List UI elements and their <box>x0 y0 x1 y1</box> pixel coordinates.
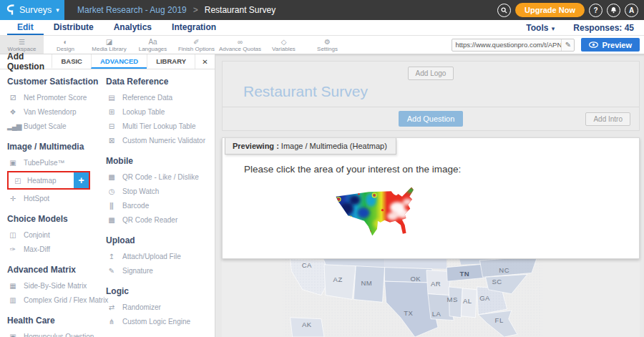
question-type-randomizer[interactable]: ⇄Randomizer <box>106 300 215 314</box>
survey-title[interactable]: Restaurant Survey <box>223 80 639 107</box>
section-upload: Upload↥Attach/Upload File✎Signature <box>106 234 215 278</box>
toolbar-tab-label: Finish Options <box>178 46 215 52</box>
question-type-heatmap[interactable]: ◰Heatmap+ <box>7 171 90 190</box>
add-logo-button[interactable]: Add Logo <box>408 67 454 80</box>
previewing-label: Previewing : <box>233 142 279 150</box>
question-type-custom-logic-engine[interactable]: ⋔Custom Logic Engine <box>106 314 215 328</box>
side-by-side-matrix-icon: ▦ <box>7 282 18 290</box>
toolbar-tab-variables[interactable]: ◇Variables <box>262 36 306 54</box>
add-question-button[interactable]: Add Question <box>399 111 464 127</box>
question-type-label: Conjoint <box>24 231 50 239</box>
responses-count[interactable]: Responses: 45 <box>573 23 634 33</box>
question-type-custom-numeric-validator[interactable]: ⊠Custom Numeric Validator <box>106 133 215 147</box>
tools-menu[interactable]: Tools ▾ <box>526 23 555 33</box>
barcode-icon: ||| <box>106 202 117 210</box>
section-data-reference: Data Reference▤Reference Data⊞Lookup Tab… <box>106 75 215 147</box>
design-icon: ◐ <box>63 38 67 46</box>
survey-url[interactable]: https://www.questionpro.com/t/APNrFZ <box>452 41 561 49</box>
survey-header-card: Add Logo Restaurant Survey Add Question … <box>222 61 640 131</box>
toolbar-tab-advance-quotas[interactable]: ∞Advance Quotas <box>218 36 262 54</box>
question-type-signature[interactable]: ✎Signature <box>106 263 215 278</box>
question-type-net-promoter-score[interactable]: ⚂Net Promoter Score <box>7 90 106 104</box>
question-type-label: Budget Scale <box>24 122 67 130</box>
us-map-image <box>222 259 640 337</box>
nav-tab-distribute[interactable]: Distribute <box>44 20 104 35</box>
toolbar-tab-label: Advance Quotas <box>219 46 261 52</box>
toolbar-tab-media-library[interactable]: ◪Media Library <box>87 36 131 54</box>
heatmap-image-wrap[interactable] <box>330 182 435 243</box>
question-type-lookup-table[interactable]: ⊞Lookup Table <box>106 104 215 119</box>
add-heatmap-plus-button[interactable]: + <box>74 172 89 188</box>
question-type-label: Custom Numeric Validator <box>122 137 205 145</box>
question-type-tubepulse[interactable]: ▣TubePulse™ <box>7 155 106 170</box>
question-type-budget-scale[interactable]: ▂▄▆Budget Scale <box>7 119 106 133</box>
complex-grid-icon: ▥ <box>7 296 18 304</box>
breadcrumb-folder[interactable]: Market Research - Aug 2019 <box>77 5 187 15</box>
question-type-reference-data[interactable]: ▤Reference Data <box>106 90 215 104</box>
section-logic: Logic⇄Randomizer⋔Custom Logic Engine <box>106 285 215 328</box>
bell-icon <box>610 6 617 14</box>
question-type-side-by-side-matrix[interactable]: ▦Side-By-Side Matrix <box>7 278 106 293</box>
upgrade-now-button[interactable]: Upgrade Now <box>515 3 585 17</box>
question-type-van-westendorp[interactable]: ❖Van Westendorp <box>7 104 106 119</box>
nav-tab-integration[interactable]: Integration <box>162 20 226 35</box>
toolbar-tab-settings[interactable]: ⚙Settings <box>306 36 349 54</box>
top-navbar: Surveys ▾ Market Research - Aug 2019 > R… <box>0 0 644 20</box>
survey-nav-right: Tools ▾ Responses: 45 <box>526 20 644 35</box>
section-customer-satisfaction: Customer Satisfaction⚂Net Promoter Score… <box>7 75 106 133</box>
question-type-max-diff[interactable]: ✑Max-Diff <box>7 242 106 256</box>
question-type-label: Lookup Table <box>122 108 165 116</box>
question-type-label: HotSpot <box>24 195 49 202</box>
signature-icon: ✎ <box>106 267 117 275</box>
question-type-homunculus-question[interactable]: ▣Homunculus Question <box>7 329 106 337</box>
add-question-header: Add Question BASICADVANCEDLIBRARY ✕ <box>0 54 215 69</box>
preview-button[interactable]: Preview <box>581 38 640 52</box>
product-label: Surveys <box>19 5 52 15</box>
toolbar-tab-languages[interactable]: AaLanguages <box>131 36 175 54</box>
reference-data-icon: ▤ <box>106 94 117 102</box>
question-type-barcode[interactable]: |||Barcode <box>106 198 215 213</box>
breadcrumb-survey-name: Restaurant Survey <box>205 5 275 15</box>
toolbar-right: https://www.questionpro.com/t/APNrFZ ✎ P… <box>452 36 644 54</box>
question-type-conjoint[interactable]: ◫Conjoint <box>7 228 106 242</box>
heatmap-icon: ◰ <box>12 177 23 185</box>
edit-url-icon[interactable]: ✎ <box>561 39 574 51</box>
question-type-qr-code-reader[interactable]: ▩QR Code Reader <box>106 213 215 227</box>
add-intro-button[interactable]: Add Intro <box>585 112 630 126</box>
question-type-stop-watch[interactable]: ◷Stop Watch <box>106 184 215 198</box>
preview-label: Preview <box>602 41 632 49</box>
panel-tab-basic[interactable]: BASIC <box>52 54 91 69</box>
close-icon[interactable]: ✕ <box>195 54 215 69</box>
caret-down-icon: ▾ <box>552 25 555 32</box>
question-type-qr-code-like-dislike[interactable]: ▩QR Code - Like / Dislike <box>106 170 215 184</box>
section-title: Mobile <box>106 155 215 167</box>
panel-tab-advanced[interactable]: ADVANCED <box>91 54 147 69</box>
notifications-button[interactable] <box>607 4 620 17</box>
tools-label: Tools <box>526 23 548 33</box>
randomizer-icon: ⇄ <box>106 303 117 311</box>
panel-tab-library[interactable]: LIBRARY <box>147 54 195 69</box>
question-type-attach-upload-file[interactable]: ↥Attach/Upload File <box>106 249 215 263</box>
avatar[interactable]: A <box>625 4 638 17</box>
question-type-complex-grid-flex-matrix[interactable]: ▥Complex Grid / Flex Matrix <box>7 293 106 307</box>
nav-tab-analytics[interactable]: Analytics <box>104 20 162 35</box>
homunculus-icon: ▣ <box>7 333 18 337</box>
question-type-label: Complex Grid / Flex Matrix <box>24 296 108 304</box>
toolbar-tab-finish-options[interactable]: ✐Finish Options <box>175 36 218 54</box>
help-button[interactable]: ? <box>589 4 602 17</box>
question-type-hotspot[interactable]: ✛HotSpot <box>7 191 106 205</box>
add-question-panel: Add Question BASICADVANCEDLIBRARY ✕ Cust… <box>0 54 215 337</box>
qr-code-reader-icon: ▩ <box>106 216 117 224</box>
add-logo-row: Add Logo <box>223 62 639 80</box>
survey-nav: EditDistributeAnalyticsIntegration Tools… <box>0 20 644 36</box>
heatmap-us-image[interactable] <box>330 182 435 243</box>
question-type-multi-tier-lookup-table[interactable]: ⊟Multi Tier Lookup Table <box>106 119 215 133</box>
eye-icon <box>589 41 598 48</box>
finish-options-icon: ✐ <box>193 38 199 46</box>
nav-tab-edit[interactable]: Edit <box>7 20 44 35</box>
question-type-label: Reference Data <box>122 94 172 102</box>
question-type-label: Multi Tier Lookup Table <box>122 122 196 130</box>
search-button[interactable] <box>497 4 511 17</box>
product-switcher[interactable]: Surveys ▾ <box>0 0 64 20</box>
question-type-label: Signature <box>122 267 153 275</box>
